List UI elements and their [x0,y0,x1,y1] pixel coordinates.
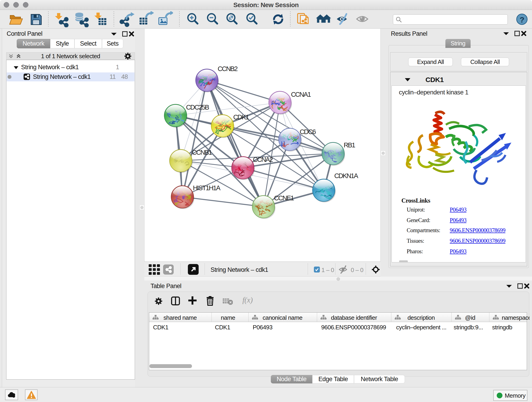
svg-text:CCNA2: CCNA2 [253,156,273,163]
svg-text:?: ? [520,15,524,24]
svg-text:CDKN1A: CDKN1A [334,172,358,179]
svg-text:CDK1: CDK1 [233,114,249,121]
svg-text:CCNE1: CCNE1 [274,194,294,202]
svg-text:RB1: RB1 [344,141,355,149]
svg-text:CDC25B: CDC25B [186,104,209,111]
svg-text:CCNA1: CCNA1 [291,91,311,98]
svg-text:CCNB1: CCNB1 [192,149,212,156]
svg-text:CDC6: CDC6 [300,128,316,135]
svg-text:HIST1H1A: HIST1H1A [193,184,221,191]
svg-text:CCNB2: CCNB2 [218,65,238,72]
